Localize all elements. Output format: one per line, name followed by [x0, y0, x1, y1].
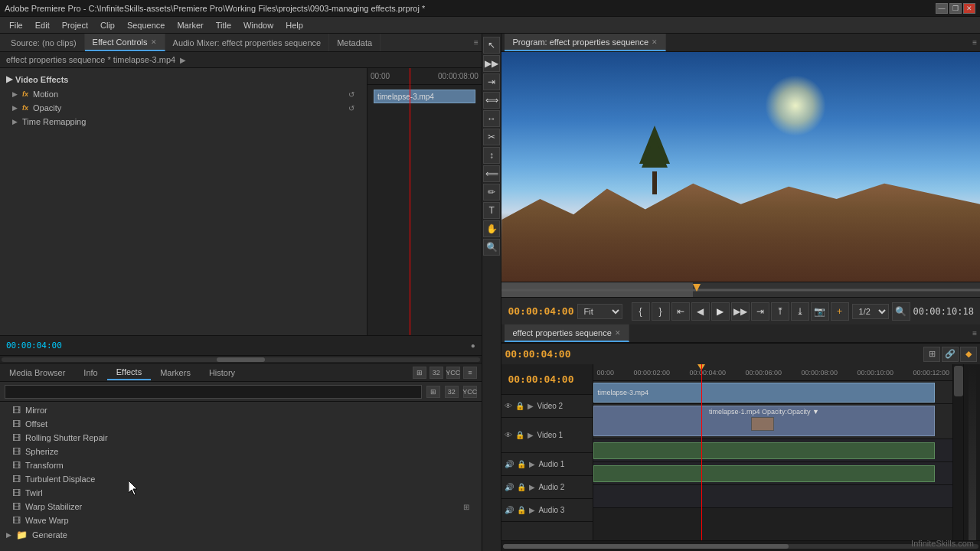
mark-in-btn[interactable]: { [632, 302, 650, 321]
play-btn[interactable]: ▶ [711, 302, 730, 321]
video-effects-expand[interactable]: ▶ [6, 74, 12, 84]
add-marker-tl-btn[interactable]: ◆ [960, 347, 977, 362]
tab-source[interactable]: Source: (no clips) [3, 34, 85, 51]
tab-program-monitor[interactable]: Program: effect properties sequence ✕ [505, 34, 666, 51]
tab-history[interactable]: History [200, 366, 244, 380]
tab-timeline-sequence[interactable]: effect properties sequence ✕ [505, 324, 629, 342]
clip-audio2[interactable] [593, 465, 934, 482]
effect-controls-tab-close[interactable]: ✕ [151, 38, 157, 46]
fit-select[interactable]: Fit 25% 50% 100% [577, 304, 622, 319]
tab-markers[interactable]: Markers [151, 366, 200, 380]
video1-lock-icon[interactable]: 🔒 [515, 431, 524, 439]
step-back-btn[interactable]: ◀ [691, 302, 710, 321]
program-tab-menu[interactable]: ≡ [972, 38, 977, 47]
audio1-expand-icon[interactable]: ▶ [529, 460, 535, 468]
audio3-expand-icon[interactable]: ▶ [529, 506, 535, 514]
tool-slip[interactable]: ↕ [483, 147, 500, 164]
hscroll-thumb[interactable] [217, 357, 264, 362]
audio1-mute-icon[interactable]: 🔊 [505, 460, 514, 468]
video2-lock-icon[interactable]: 🔒 [515, 402, 524, 410]
menu-sequence[interactable]: Sequence [121, 19, 172, 31]
video2-eye-icon[interactable]: 👁 [505, 402, 512, 410]
effect-row-time-remapping[interactable]: ▶ Time Remapping [0, 115, 367, 129]
generate-expand[interactable]: ▶ [6, 531, 11, 539]
link-btn[interactable]: 🔗 [942, 347, 959, 362]
video1-expand-icon[interactable]: ▶ [528, 431, 534, 439]
opacity-expand[interactable]: ▶ [12, 104, 18, 112]
go-out-btn[interactable]: ⇥ [751, 302, 769, 321]
play-full-btn[interactable]: ▶▶ [731, 302, 750, 321]
menu-project[interactable]: Project [56, 19, 94, 31]
lift-btn[interactable]: ⤒ [771, 302, 789, 321]
tool-ripple[interactable]: ⇥ [483, 73, 500, 90]
motion-reset-icon[interactable]: ↺ [348, 90, 354, 99]
tool-track-select[interactable]: ▶▶ [483, 55, 500, 72]
new-bin-btn[interactable]: ⊞ [413, 367, 426, 379]
vscroll-thumb[interactable] [954, 366, 963, 396]
tool-zoom[interactable]: 🔍 [483, 239, 500, 256]
menu-clip[interactable]: Clip [94, 19, 121, 31]
tool-select[interactable]: ↖ [483, 37, 500, 54]
monitor-timeline[interactable] [501, 282, 980, 297]
search-type-btn[interactable]: ⊞ [426, 386, 440, 398]
video1-eye-icon[interactable]: 👁 [505, 431, 512, 439]
effect-item-mirror[interactable]: 🎞 Mirror [0, 403, 482, 417]
restore-button[interactable]: ❐ [949, 3, 962, 14]
audio2-lock-icon[interactable]: 🔒 [517, 483, 526, 491]
timeline-vscroll[interactable] [952, 364, 963, 540]
icon-ycc-btn[interactable]: YCC [446, 367, 460, 379]
time-remap-expand[interactable]: ▶ [12, 118, 18, 126]
tool-rate[interactable]: ↔ [483, 110, 500, 127]
mark-out-btn[interactable]: } [652, 302, 670, 321]
audio1-lock-icon[interactable]: 🔒 [517, 460, 526, 468]
menu-window[interactable]: Window [237, 19, 279, 31]
tool-razor[interactable]: ✂ [483, 129, 500, 145]
timeline-hscroll-thumb[interactable] [503, 544, 788, 549]
audio3-mute-icon[interactable]: 🔊 [505, 506, 514, 514]
motion-expand[interactable]: ▶ [12, 90, 18, 98]
program-tab-close[interactable]: ✕ [652, 38, 658, 46]
menu-marker[interactable]: Marker [171, 19, 209, 31]
quality-select[interactable]: 1/2 Full [852, 304, 889, 319]
minimize-button[interactable]: — [936, 3, 948, 14]
effect-row-opacity[interactable]: ▶ fx Opacity ↺ [0, 101, 367, 115]
clip-video1[interactable]: timelapse-1.mp4 Opacity:Opacity ▼ [593, 406, 934, 436]
tab-effects[interactable]: Effects [107, 365, 151, 380]
folder-generate[interactable]: ▶ 📁 Generate [0, 527, 482, 543]
menu-edit[interactable]: Edit [29, 19, 56, 31]
close-button[interactable]: ✕ [963, 3, 975, 14]
search-ycc-btn[interactable]: YCC [463, 386, 477, 398]
menu-title[interactable]: Title [210, 19, 237, 31]
tab-metadata[interactable]: Metadata [329, 34, 381, 51]
tool-text[interactable]: T [483, 202, 500, 219]
sequence-nav-arrow[interactable]: ▶ [180, 56, 186, 64]
timeline-tab-menu[interactable]: ≡ [972, 329, 977, 337]
effect-row-motion[interactable]: ▶ fx Motion ↺ [0, 87, 367, 101]
go-in-btn[interactable]: ⇤ [671, 302, 690, 321]
effect-item-rolling-shutter[interactable]: 🎞 Rolling Shutter Repair [0, 431, 482, 445]
video2-expand-icon[interactable]: ▶ [528, 402, 534, 410]
effect-controls-hscroll[interactable] [0, 355, 482, 363]
snap-btn[interactable]: ⊞ [923, 347, 940, 362]
effect-item-spherize[interactable]: 🎞 Spherize [0, 445, 482, 458]
opacity-reset-icon[interactable]: ↺ [348, 104, 354, 112]
panel-menu-btn[interactable]: ≡ [463, 367, 477, 379]
tool-slide[interactable]: ⟸ [483, 165, 500, 182]
search-32-btn[interactable]: 32 [445, 386, 459, 398]
add-marker-btn[interactable]: + [831, 302, 849, 321]
tool-hand[interactable]: ✋ [483, 220, 500, 237]
extract-btn[interactable]: ⤓ [791, 302, 809, 321]
menu-file[interactable]: File [3, 19, 29, 31]
icon-32-btn[interactable]: 32 [430, 367, 443, 379]
timeline-ruler[interactable]: 00:00 00:00:02:00 00:00:04:00 00:00:06:0… [593, 364, 952, 381]
effect-item-turbulent[interactable]: 🎞 Turbulent Displace [0, 472, 482, 486]
effect-item-twirl[interactable]: 🎞 Twirl [0, 486, 482, 500]
tool-pen[interactable]: ✏ [483, 184, 500, 201]
clip-video2[interactable]: timelapse-3.mp4 [593, 383, 934, 403]
tab-effect-controls[interactable]: Effect Controls ✕ [85, 34, 165, 51]
camera-btn[interactable]: 📷 [811, 302, 829, 321]
timeline-tab-close[interactable]: ✕ [615, 329, 621, 337]
timeline-strip-clip[interactable]: timelapse-3.mp4 [374, 90, 475, 103]
audio2-mute-icon[interactable]: 🔊 [505, 483, 514, 491]
zoom-btn[interactable]: 🔍 [892, 302, 910, 321]
